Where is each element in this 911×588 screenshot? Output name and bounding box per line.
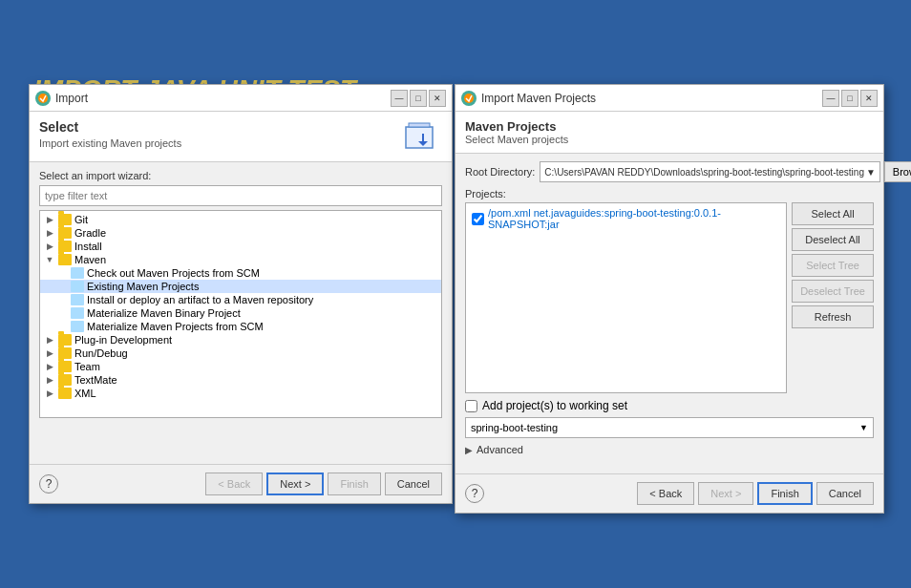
root-directory-value: C:\Users\PAVAN REDDY\Downloads\spring-bo… xyxy=(544,167,864,178)
dialog2-window-controls: — □ ✕ xyxy=(822,90,878,107)
tree-item-maven[interactable]: ▼ Maven xyxy=(40,253,441,266)
checkout-scm-icon xyxy=(71,267,84,279)
dialog1-close-btn[interactable]: ✕ xyxy=(429,90,446,107)
dialog2-help-icon[interactable]: ? xyxy=(465,484,484,503)
maven-toggle[interactable]: ▼ xyxy=(44,254,55,265)
dialog2-back-btn[interactable]: < Back xyxy=(637,482,694,505)
materialize-binary-icon xyxy=(71,307,84,319)
tree-item-gradle[interactable]: ▶ Gradle xyxy=(40,226,441,240)
working-set-dropdown[interactable]: spring-boot-testing ▼ xyxy=(465,417,874,438)
textmate-label: TextMate xyxy=(74,374,117,386)
tree-item-xml[interactable]: ▶ XML xyxy=(40,387,441,400)
eclipse-import-icon xyxy=(35,91,51,106)
dialog2-cancel-btn[interactable]: Cancel xyxy=(816,482,874,505)
xml-toggle[interactable]: ▶ xyxy=(44,388,55,399)
team-label: Team xyxy=(74,361,100,372)
maven-subtitle: Select Maven projects xyxy=(465,134,874,145)
dialog2-next-btn[interactable]: Next > xyxy=(698,482,753,505)
install-toggle[interactable]: ▶ xyxy=(44,241,55,252)
dialog2-btn-group: < Back Next > Finish Cancel xyxy=(637,482,874,505)
project-item-pom[interactable]: /pom.xml net.javaguides:spring-boot-test… xyxy=(468,205,784,232)
filter-input[interactable] xyxy=(39,185,442,206)
tree-item-install[interactable]: ▶ Install xyxy=(40,240,441,253)
tree-item-materialize-scm[interactable]: Materialize Maven Projects from SCM xyxy=(40,320,441,333)
dialog2-finish-btn[interactable]: Finish xyxy=(757,482,812,505)
dialog1-cancel-btn[interactable]: Cancel xyxy=(385,472,442,495)
svg-rect-1 xyxy=(406,127,433,148)
rundebug-toggle[interactable]: ▶ xyxy=(44,347,55,359)
dialog1-minimize-btn[interactable]: — xyxy=(391,90,408,107)
dialog1-section-title: Select xyxy=(39,119,181,135)
maven-header: Maven Projects Select Maven projects xyxy=(456,112,883,154)
materialize-scm-icon xyxy=(71,321,84,332)
select-all-btn[interactable]: Select All xyxy=(792,202,874,225)
dialog2-titlebar: Import Maven Projects — □ ✕ xyxy=(456,85,883,112)
projects-label: Projects: xyxy=(465,188,874,200)
import-icon xyxy=(404,119,442,154)
dialog2-title-text: Import Maven Projects xyxy=(481,92,596,105)
git-toggle[interactable]: ▶ xyxy=(44,214,55,225)
dialog2-close-btn[interactable]: ✕ xyxy=(860,90,878,107)
dialog1-header-text: Select Import existing Maven projects xyxy=(39,119,181,149)
browse-btn[interactable]: Browse... xyxy=(884,161,911,182)
dialog2-maximize-btn[interactable]: □ xyxy=(841,90,858,107)
dialog1-footer: ? < Back Next > Finish Cancel xyxy=(30,464,452,503)
project-checkbox-pom[interactable] xyxy=(472,213,484,225)
dialog1-finish-btn[interactable]: Finish xyxy=(328,472,380,495)
plugin-label: Plug-in Development xyxy=(74,334,172,346)
dialog1-maximize-btn[interactable]: □ xyxy=(410,90,427,107)
select-tree-btn[interactable]: Select Tree xyxy=(792,254,874,277)
dialog1-section-header: Select Import existing Maven projects xyxy=(30,112,452,162)
dialog1-title-text: Import xyxy=(55,92,88,105)
project-name-pom: /pom.xml net.javaguides:spring-boot-test… xyxy=(488,207,780,230)
checkout-scm-label: Check out Maven Projects from SCM xyxy=(87,267,260,279)
working-set-value: spring-boot-testing xyxy=(471,422,558,433)
dialog2-footer: ? < Back Next > Finish Cancel xyxy=(456,473,883,513)
tree-item-existing-maven[interactable]: Existing Maven Projects xyxy=(40,280,441,293)
tree-item-materialize-binary[interactable]: Materialize Maven Binary Project xyxy=(40,306,441,320)
tree-item-plugin[interactable]: ▶ Plug-in Development xyxy=(40,333,441,346)
plugin-toggle[interactable]: ▶ xyxy=(44,334,55,346)
import-wizard-dialog: Import — □ ✕ Select Import existing Mave… xyxy=(29,84,453,504)
tree-item-git[interactable]: ▶ Git xyxy=(40,213,441,226)
advanced-row[interactable]: ▶ Advanced xyxy=(465,444,874,455)
root-directory-label: Root Directory: xyxy=(465,166,535,178)
dialog1-title-area: Import xyxy=(35,91,88,106)
materialize-scm-label: Materialize Maven Projects from SCM xyxy=(87,321,264,332)
projects-container: /pom.xml net.javaguides:spring-boot-test… xyxy=(465,202,874,393)
tree-item-install-artifact[interactable]: Install or deploy an artifact to a Maven… xyxy=(40,293,441,306)
textmate-toggle[interactable]: ▶ xyxy=(44,374,55,386)
existing-maven-label: Existing Maven Projects xyxy=(87,281,199,292)
gradle-toggle[interactable]: ▶ xyxy=(44,227,55,239)
git-label: Git xyxy=(74,214,88,225)
refresh-btn[interactable]: Refresh xyxy=(792,305,874,328)
tree-item-checkout-scm[interactable]: Check out Maven Projects from SCM xyxy=(40,266,441,280)
tree-item-textmate[interactable]: ▶ TextMate xyxy=(40,373,441,387)
deselect-all-btn[interactable]: Deselect All xyxy=(792,228,874,251)
deselect-tree-btn[interactable]: Deselect Tree xyxy=(792,280,874,303)
maven-import-icon xyxy=(461,91,477,106)
dialog1-content: Select Import existing Maven projects Se… xyxy=(30,112,452,428)
advanced-toggle-icon: ▶ xyxy=(465,445,473,455)
wizard-tree[interactable]: ▶ Git ▶ Gradle ▶ Install ▼ Maven xyxy=(39,210,442,418)
working-set-checkbox[interactable] xyxy=(465,400,477,412)
dialog2-content: Maven Projects Select Maven projects Roo… xyxy=(456,112,883,465)
dialog1-next-btn[interactable]: Next > xyxy=(266,472,324,495)
maven-folder-icon xyxy=(58,254,72,265)
dialog2-minimize-btn[interactable]: — xyxy=(822,90,839,107)
projects-list[interactable]: /pom.xml net.javaguides:spring-boot-test… xyxy=(465,202,787,393)
tree-item-team[interactable]: ▶ Team xyxy=(40,360,441,373)
tree-item-rundebug[interactable]: ▶ Run/Debug xyxy=(40,346,441,360)
dialog1-help-icon[interactable]: ? xyxy=(39,474,58,494)
install-label: Install xyxy=(74,241,102,252)
materialize-binary-label: Materialize Maven Binary Project xyxy=(87,307,241,319)
xml-folder-icon xyxy=(58,388,72,399)
dialog2-title-area: Import Maven Projects xyxy=(461,91,596,106)
maven-title: Maven Projects xyxy=(465,119,874,134)
advanced-label[interactable]: Advanced xyxy=(477,444,523,455)
wizard-label: Select an import wizard: xyxy=(39,170,442,181)
existing-maven-icon xyxy=(71,281,84,292)
dialog1-back-btn[interactable]: < Back xyxy=(205,472,263,495)
team-toggle[interactable]: ▶ xyxy=(44,361,55,372)
dialog1-window-controls: — □ ✕ xyxy=(391,90,446,107)
